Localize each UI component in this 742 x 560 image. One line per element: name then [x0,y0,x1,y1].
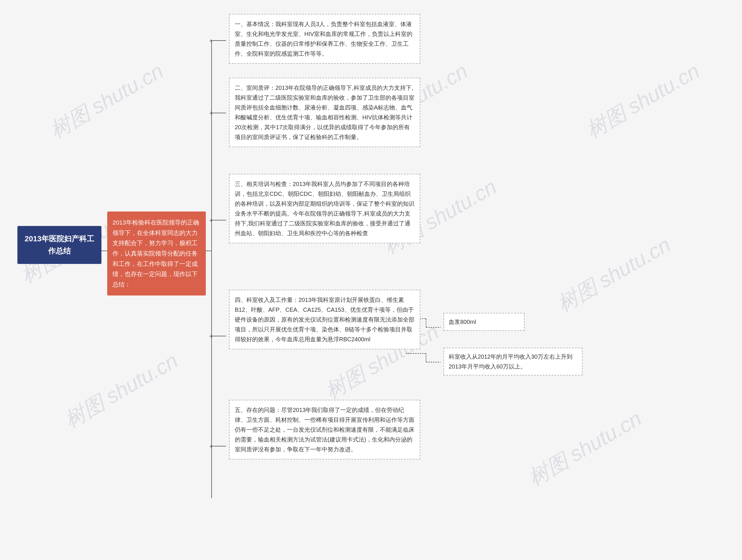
watermark-9: 树图 shutu.cn [523,405,647,492]
watermark-8: 树图 shutu.cn [552,231,676,318]
svg-text:+: + [209,443,213,450]
svg-text:+: + [209,217,213,224]
watermark-1: 树图 shutu.cn [45,57,168,144]
content-box-1: 一、基本情况：我科室现有人员3人，负责整个科室包括血液室、体液室、生化和电光学发… [229,14,420,64]
watermark-3: 树图 shutu.cn [59,347,183,434]
central-node: 2013年医院妇产科工作总结 [17,226,101,264]
content-box-4: 四、科室收入及工作量：2013年我科室原计划开展铁蛋白、维生素B12、叶酸、AF… [229,290,420,349]
svg-text:+: + [209,110,213,117]
content-box-5: 五、存在的问题：尽管2013年我们取得了一定的成绩，但在劳动纪律、卫生方面、耗材… [229,400,420,459]
watermark-7: 树图 shutu.cn [581,57,705,144]
content-box-3: 三、相关培训与检查：2013年我科室人员均参加了不同项目的各种培训，包括北京CD… [229,174,420,243]
svg-text:+: + [209,37,213,44]
canvas: 树图 shutu.cn 树图 shutu.cn 树图 shutu.cn 树图 s… [0,0,742,560]
svg-text:+: + [209,333,213,340]
side-box-blood-plasma: 血浆800ml [443,313,525,331]
content-box-2: 二、室间质评：2013年在院领导的正确领导下,科室成员的大力支持下,我科室通过了… [229,78,420,147]
branch-node: 2013年检验科在医院领导的正确领导下，在全体科室同志的大力支持配合下，努力学习… [107,212,206,295]
side-box-revenue: 科室收入从2012年的月平均收入30万左右上升到2013年月平均收入60万以上。 [443,348,583,376]
